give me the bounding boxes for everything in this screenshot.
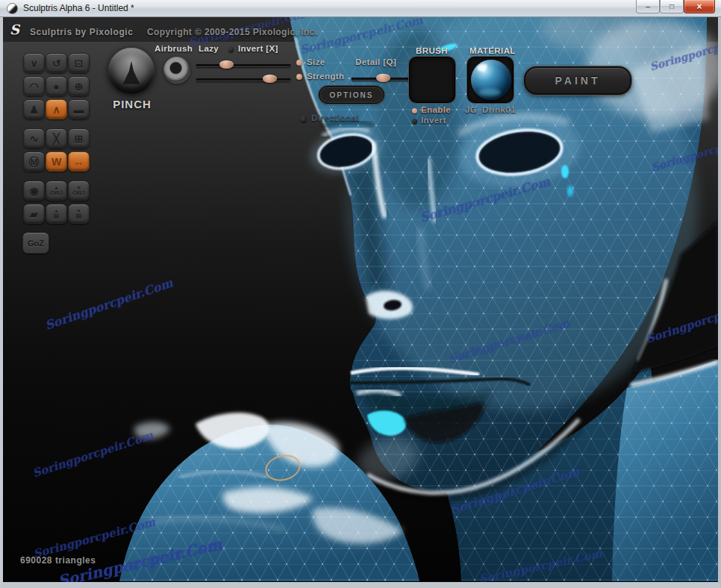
detail-label: Detail [Q] — [355, 57, 396, 66]
close-button[interactable]: × — [684, 0, 715, 13]
brand-name: Sculptris by Pixologic — [30, 27, 134, 37]
strength-label: Strength — [307, 72, 344, 81]
tool-draw-button[interactable]: ◠ — [23, 76, 45, 96]
strength-indicator-dot[interactable] — [296, 74, 302, 80]
invert-toggle[interactable]: Invert [X] — [238, 44, 278, 53]
material-slot[interactable] — [468, 57, 513, 102]
tool-crease-button[interactable]: ∨ — [23, 53, 45, 73]
app-window: Soringporcpeir.ComSoringporcpeir.ComSori… — [0, 0, 721, 588]
tool-scale-button[interactable]: ⊡ — [68, 53, 90, 73]
triangle-count: 690028 triangles — [20, 555, 96, 566]
directional-label[interactable]: Directional — [311, 113, 359, 122]
airbrush-toggle[interactable]: Airbrush — [154, 44, 193, 53]
detail-slider[interactable] — [352, 78, 416, 81]
tool-smooth-button[interactable]: ♟ — [23, 99, 45, 119]
tool-grab-button[interactable]: ⊕ — [68, 76, 90, 96]
tool-pinch-button[interactable]: ∧ — [46, 99, 67, 119]
directional-toggle-dot[interactable] — [301, 116, 307, 122]
title-bar[interactable]: Sculptris Alpha 6 - Untitled * – □ × — [0, 0, 721, 17]
brush-enable-dot[interactable] — [412, 108, 417, 113]
material-name: JG_Drink01 — [465, 105, 516, 114]
tool-export-obj-button[interactable]: ▾OBJ — [68, 181, 90, 201]
tool-import-obj-button[interactable]: ▴OBJ — [46, 181, 67, 201]
material-section-title: MATERIAL — [469, 46, 516, 55]
tool-mask-button[interactable]: Ⓜ — [23, 151, 45, 172]
brush-enable-label[interactable]: Enable — [421, 105, 451, 114]
options-button[interactable]: OPTIONS — [319, 86, 384, 104]
tool-wireframe-button[interactable]: W — [46, 151, 67, 172]
brush-falloff-preview — [163, 57, 190, 84]
window-title: Sculptris Alpha 6 - Untitled * — [23, 3, 134, 13]
maximize-button[interactable]: □ — [660, 0, 684, 13]
tool-open-file-button[interactable]: ▴▤ — [46, 204, 67, 224]
tool-save-file-button[interactable]: ▾▤ — [68, 204, 90, 224]
sculptris-logo: S — [10, 22, 19, 37]
tool-reduce-brush-button[interactable]: ∿ — [23, 128, 45, 148]
strength-slider-handle[interactable] — [263, 75, 277, 83]
tool-rotate-button[interactable]: ↺ — [46, 53, 67, 73]
goz-button[interactable]: GoZ — [22, 232, 49, 254]
tool-flatten-button[interactable]: ▬ — [68, 99, 90, 119]
active-tool-label: PINCH — [110, 98, 154, 110]
active-brush-preview — [108, 48, 154, 94]
app-icon — [7, 3, 18, 14]
size-slider[interactable] — [196, 64, 290, 67]
brush-section-title: BRUSH — [416, 46, 448, 55]
brush-invert-dot[interactable] — [412, 119, 417, 124]
tool-new-sphere-button[interactable]: ◉ — [23, 181, 45, 201]
lazy-toggle[interactable]: Lazy — [199, 44, 219, 53]
paint-mode-button[interactable]: PAINT — [524, 66, 631, 95]
size-indicator-dot[interactable] — [296, 60, 302, 66]
tool-reduce-selected-button[interactable]: ⊞ — [68, 128, 90, 148]
size-label: Size — [307, 57, 325, 66]
minimize-button[interactable]: – — [636, 0, 660, 13]
brush-texture-slot[interactable] — [410, 57, 455, 102]
detail-slider-handle[interactable] — [376, 74, 390, 82]
size-slider-handle[interactable] — [219, 60, 234, 69]
brush-invert-label[interactable]: Invert — [421, 116, 446, 125]
material-sphere-preview — [471, 60, 511, 100]
tool-subdivide-all-button[interactable]: ╳ — [46, 128, 67, 148]
tool-new-plane-button[interactable]: ▰ — [23, 204, 45, 224]
tool-symmetry-button[interactable]: ↔ — [68, 151, 90, 172]
copyright-text: Copyright © 2009-2015 Pixologic, Inc. — [147, 27, 317, 37]
strength-slider[interactable] — [196, 78, 290, 81]
pinch-brush-icon — [117, 60, 146, 88]
invert-toggle-dot[interactable] — [228, 47, 234, 52]
tool-inflate-button[interactable]: ● — [46, 76, 67, 96]
